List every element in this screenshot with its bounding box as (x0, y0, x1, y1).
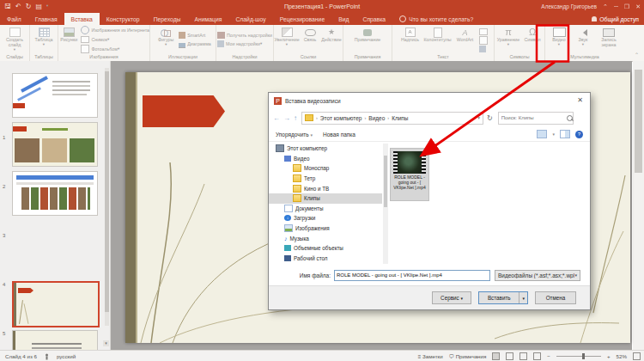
panel-scrollbar[interactable] (105, 68, 109, 326)
insert-split-dropdown-icon[interactable]: ▾ (519, 292, 527, 303)
link-button[interactable]: Связь (301, 27, 319, 43)
table-button[interactable]: Таблица▾ (30, 27, 58, 46)
tab-review[interactable]: Рецензирование (273, 13, 331, 25)
normal-view-icon[interactable] (492, 352, 500, 360)
new-slide-button[interactable]: Создать слайд▾ (0, 27, 29, 52)
fit-to-window-icon[interactable] (633, 352, 641, 360)
tree-item-pictures[interactable]: Изображения (269, 223, 382, 234)
tell-me-box[interactable]: Что вы хотите сделать? (392, 13, 480, 25)
tree-item-downloads[interactable]: ↓Загрузки (269, 213, 382, 223)
language-indicator[interactable]: русский (57, 353, 76, 359)
dialog-close-icon[interactable]: ✕ (577, 96, 583, 104)
symbol-button[interactable]: Ω Символ (522, 27, 543, 43)
restore-icon[interactable]: ❐ (624, 3, 629, 10)
object-icon[interactable] (479, 46, 486, 52)
dialog-title-bar[interactable]: P Вставка видеозаписи ✕ (269, 93, 590, 108)
address-breadcrumb[interactable]: › Этот компьютер › Видео › Клипы ▾ (301, 112, 483, 125)
share-button[interactable]: Общий доступ (592, 13, 639, 25)
account-name[interactable]: Александр Григорьев (541, 3, 597, 9)
shapes-button[interactable]: Фигуры▾ (155, 27, 177, 46)
video-file-item-selected[interactable]: ROLE MODEL - going out - [ VKlipe.Net ].… (390, 148, 429, 201)
video-button[interactable]: Видео▾ (546, 27, 572, 46)
screenshot-button[interactable]: Снимок▾ (81, 36, 149, 43)
tab-view[interactable]: Вид (331, 13, 355, 25)
online-pictures-button[interactable]: Изображения из Интернета (81, 26, 149, 34)
crumb-videos[interactable]: Видео (368, 115, 385, 121)
tree-item-this-pc[interactable]: Этот компьютер (269, 144, 382, 154)
crumb-this-pc[interactable]: Этот компьютер (320, 115, 362, 121)
pictures-button[interactable]: Рисунки (58, 27, 79, 43)
comment-button[interactable]: Примечание (354, 27, 381, 43)
tree-scrollbar[interactable] (383, 144, 388, 264)
chart-button[interactable]: Диаграмма (179, 40, 211, 48)
smartart-button[interactable]: SmartArt (179, 32, 211, 39)
slideshow-view-icon[interactable] (533, 352, 541, 360)
tree-item-desktop[interactable]: Рабочий стол (269, 254, 382, 264)
slide-thumbnail-1[interactable] (12, 73, 98, 118)
main-scrollbar[interactable] (633, 61, 644, 350)
tree-item-3d-objects[interactable]: Объемные объекты (269, 243, 382, 254)
notes-button[interactable]: ≡ Заметки (418, 353, 443, 359)
equation-button[interactable]: π Уравнение▾ (496, 27, 520, 46)
tab-help[interactable]: Справка (355, 13, 392, 25)
date-time-icon[interactable] (479, 28, 488, 35)
tab-home[interactable]: Главная (28, 13, 64, 25)
cancel-button[interactable]: Отмена (535, 291, 576, 304)
comments-button[interactable]: 🗩 Примечания (449, 353, 487, 359)
crumb-clips[interactable]: Клипы (392, 115, 408, 121)
photo-album-button[interactable]: Фотоальбом▾ (81, 45, 149, 53)
minimize-icon[interactable]: ─ (614, 3, 618, 9)
filename-input[interactable] (334, 270, 490, 281)
slide-thumbnail-2[interactable] (12, 122, 98, 167)
organize-button[interactable]: Упорядочить ▾ (276, 132, 313, 138)
tools-button[interactable]: Сервис ▾ (432, 291, 471, 304)
refresh-icon[interactable]: ↻ (487, 114, 493, 122)
address-dropdown-icon[interactable]: ▾ (477, 115, 480, 120)
zoom-out-icon[interactable]: − (547, 353, 550, 359)
tab-insert[interactable]: Вставка (64, 13, 100, 25)
reading-view-icon[interactable] (519, 352, 527, 360)
header-footer-button[interactable]: Колонтитулы (423, 27, 453, 43)
search-input[interactable] (499, 115, 565, 120)
help-icon[interactable]: ? (575, 131, 583, 138)
tree-item-clips-selected[interactable]: Клипы (269, 193, 382, 204)
tree-item-folder[interactable]: Моноспар (269, 163, 382, 174)
tab-file[interactable]: Файл (0, 13, 28, 25)
text-box-button[interactable]: A Надпись (399, 27, 422, 43)
wordart-button[interactable]: A WordArt (454, 27, 477, 43)
tree-item-folder[interactable]: Тетр (269, 174, 382, 184)
slide-thumbnail-3[interactable] (12, 171, 98, 216)
tab-transitions[interactable]: Переходы (147, 13, 188, 25)
accessibility-icon[interactable] (44, 353, 50, 360)
get-addins-button[interactable]: Получить надстройки (217, 32, 272, 39)
view-mode-icon[interactable] (537, 130, 547, 138)
tree-item-movies-tv[interactable]: Кино и ТВ (269, 183, 382, 193)
zoom-links-button[interactable]: Увеличение▾ (275, 27, 299, 46)
tab-slideshow[interactable]: Слайд-шоу (228, 13, 272, 25)
my-addins-button[interactable]: Мои надстройки▾ (217, 40, 272, 47)
close-icon[interactable]: ✕ (635, 3, 641, 10)
slide-number-icon[interactable] (479, 36, 488, 45)
tree-item-documents[interactable]: Документы (269, 204, 382, 214)
slide-thumbnail-4-selected[interactable] (12, 281, 100, 327)
up-icon[interactable]: ↑ (294, 114, 297, 122)
tree-item-videos[interactable]: Видео (269, 154, 382, 164)
new-folder-button[interactable]: Новая папка (323, 132, 355, 138)
file-type-dropdown[interactable]: Видеофайлы (*.asf;*.asx;*.wpl;*.w▾ (495, 270, 580, 281)
tab-animations[interactable]: Анимация (188, 13, 229, 25)
zoom-slider[interactable] (556, 356, 601, 357)
preview-pane-icon[interactable] (560, 130, 570, 138)
ribbon-display-options-icon[interactable]: ⌃ (603, 3, 608, 10)
tab-design[interactable]: Конструктор (100, 13, 147, 25)
insert-button[interactable]: Вставить ▾ (478, 291, 528, 304)
action-button[interactable]: ★ Действие (321, 27, 342, 43)
screen-recording-button[interactable]: Запись экрана (594, 27, 623, 48)
forward-icon[interactable]: → (283, 114, 290, 122)
collapse-ribbon-icon[interactable]: ⌃ (635, 52, 639, 58)
view-dropdown-icon[interactable]: ▾ (552, 132, 555, 137)
panel-scroll-down-icon[interactable]: ▾ (103, 340, 109, 346)
slide-sorter-icon[interactable] (506, 352, 513, 360)
tree-item-music[interactable]: ♪Музыка (269, 233, 382, 243)
audio-button[interactable]: Звук▾ (574, 27, 592, 46)
zoom-in-icon[interactable]: + (607, 353, 611, 359)
